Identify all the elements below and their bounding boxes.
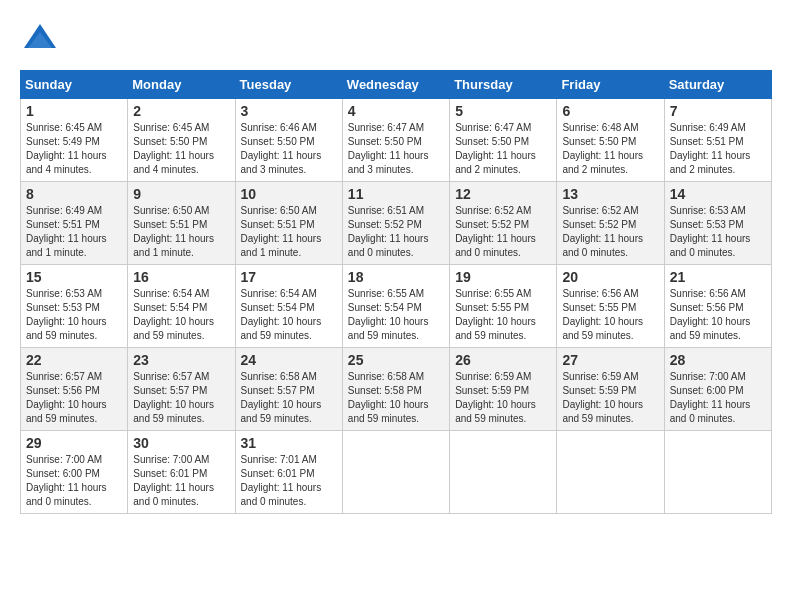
- day-number: 18: [348, 269, 444, 285]
- calendar-cell: 28 Sunrise: 7:00 AM Sunset: 6:00 PM Dayl…: [664, 348, 771, 431]
- calendar-cell: 15 Sunrise: 6:53 AM Sunset: 5:53 PM Dayl…: [21, 265, 128, 348]
- day-info: Sunrise: 6:52 AM Sunset: 5:52 PM Dayligh…: [562, 204, 658, 260]
- calendar-cell: 6 Sunrise: 6:48 AM Sunset: 5:50 PM Dayli…: [557, 99, 664, 182]
- calendar-cell: 19 Sunrise: 6:55 AM Sunset: 5:55 PM Dayl…: [450, 265, 557, 348]
- calendar-cell: 21 Sunrise: 6:56 AM Sunset: 5:56 PM Dayl…: [664, 265, 771, 348]
- day-info: Sunrise: 6:47 AM Sunset: 5:50 PM Dayligh…: [348, 121, 444, 177]
- day-info: Sunrise: 6:52 AM Sunset: 5:52 PM Dayligh…: [455, 204, 551, 260]
- calendar-cell: 9 Sunrise: 6:50 AM Sunset: 5:51 PM Dayli…: [128, 182, 235, 265]
- day-number: 17: [241, 269, 337, 285]
- calendar-week-row: 29 Sunrise: 7:00 AM Sunset: 6:00 PM Dayl…: [21, 431, 772, 514]
- day-info: Sunrise: 7:00 AM Sunset: 6:00 PM Dayligh…: [26, 453, 122, 509]
- calendar-cell: 16 Sunrise: 6:54 AM Sunset: 5:54 PM Dayl…: [128, 265, 235, 348]
- day-info: Sunrise: 6:49 AM Sunset: 5:51 PM Dayligh…: [26, 204, 122, 260]
- day-info: Sunrise: 6:47 AM Sunset: 5:50 PM Dayligh…: [455, 121, 551, 177]
- logo: [20, 20, 64, 60]
- calendar-cell: 18 Sunrise: 6:55 AM Sunset: 5:54 PM Dayl…: [342, 265, 449, 348]
- calendar-cell: [342, 431, 449, 514]
- calendar-cell: 29 Sunrise: 7:00 AM Sunset: 6:00 PM Dayl…: [21, 431, 128, 514]
- calendar-cell: 24 Sunrise: 6:58 AM Sunset: 5:57 PM Dayl…: [235, 348, 342, 431]
- day-number: 13: [562, 186, 658, 202]
- day-info: Sunrise: 6:59 AM Sunset: 5:59 PM Dayligh…: [455, 370, 551, 426]
- day-number: 7: [670, 103, 766, 119]
- day-number: 4: [348, 103, 444, 119]
- calendar-cell: 3 Sunrise: 6:46 AM Sunset: 5:50 PM Dayli…: [235, 99, 342, 182]
- calendar-cell: 14 Sunrise: 6:53 AM Sunset: 5:53 PM Dayl…: [664, 182, 771, 265]
- day-info: Sunrise: 6:53 AM Sunset: 5:53 PM Dayligh…: [26, 287, 122, 343]
- calendar-cell: 27 Sunrise: 6:59 AM Sunset: 5:59 PM Dayl…: [557, 348, 664, 431]
- day-number: 21: [670, 269, 766, 285]
- calendar-table: SundayMondayTuesdayWednesdayThursdayFrid…: [20, 70, 772, 514]
- day-info: Sunrise: 6:58 AM Sunset: 5:58 PM Dayligh…: [348, 370, 444, 426]
- day-info: Sunrise: 6:45 AM Sunset: 5:49 PM Dayligh…: [26, 121, 122, 177]
- day-number: 16: [133, 269, 229, 285]
- day-info: Sunrise: 6:57 AM Sunset: 5:57 PM Dayligh…: [133, 370, 229, 426]
- day-info: Sunrise: 6:56 AM Sunset: 5:56 PM Dayligh…: [670, 287, 766, 343]
- calendar-cell: 11 Sunrise: 6:51 AM Sunset: 5:52 PM Dayl…: [342, 182, 449, 265]
- calendar-cell: 31 Sunrise: 7:01 AM Sunset: 6:01 PM Dayl…: [235, 431, 342, 514]
- day-info: Sunrise: 6:58 AM Sunset: 5:57 PM Dayligh…: [241, 370, 337, 426]
- calendar-week-row: 22 Sunrise: 6:57 AM Sunset: 5:56 PM Dayl…: [21, 348, 772, 431]
- day-number: 26: [455, 352, 551, 368]
- day-number: 15: [26, 269, 122, 285]
- day-number: 11: [348, 186, 444, 202]
- calendar-cell: 12 Sunrise: 6:52 AM Sunset: 5:52 PM Dayl…: [450, 182, 557, 265]
- calendar-week-row: 1 Sunrise: 6:45 AM Sunset: 5:49 PM Dayli…: [21, 99, 772, 182]
- calendar-cell: 10 Sunrise: 6:50 AM Sunset: 5:51 PM Dayl…: [235, 182, 342, 265]
- weekday-header-wednesday: Wednesday: [342, 71, 449, 99]
- day-info: Sunrise: 6:57 AM Sunset: 5:56 PM Dayligh…: [26, 370, 122, 426]
- day-number: 27: [562, 352, 658, 368]
- day-info: Sunrise: 6:50 AM Sunset: 5:51 PM Dayligh…: [241, 204, 337, 260]
- calendar-cell: 2 Sunrise: 6:45 AM Sunset: 5:50 PM Dayli…: [128, 99, 235, 182]
- calendar-cell: 20 Sunrise: 6:56 AM Sunset: 5:55 PM Dayl…: [557, 265, 664, 348]
- day-number: 14: [670, 186, 766, 202]
- calendar-cell: [664, 431, 771, 514]
- calendar-cell: 17 Sunrise: 6:54 AM Sunset: 5:54 PM Dayl…: [235, 265, 342, 348]
- logo-icon: [20, 20, 60, 60]
- weekday-header-saturday: Saturday: [664, 71, 771, 99]
- day-info: Sunrise: 6:55 AM Sunset: 5:55 PM Dayligh…: [455, 287, 551, 343]
- page-header: [20, 20, 772, 60]
- day-number: 20: [562, 269, 658, 285]
- day-number: 1: [26, 103, 122, 119]
- calendar-week-row: 15 Sunrise: 6:53 AM Sunset: 5:53 PM Dayl…: [21, 265, 772, 348]
- day-info: Sunrise: 6:51 AM Sunset: 5:52 PM Dayligh…: [348, 204, 444, 260]
- weekday-header-thursday: Thursday: [450, 71, 557, 99]
- day-number: 6: [562, 103, 658, 119]
- calendar-cell: 25 Sunrise: 6:58 AM Sunset: 5:58 PM Dayl…: [342, 348, 449, 431]
- day-number: 30: [133, 435, 229, 451]
- day-info: Sunrise: 6:50 AM Sunset: 5:51 PM Dayligh…: [133, 204, 229, 260]
- day-info: Sunrise: 7:00 AM Sunset: 6:00 PM Dayligh…: [670, 370, 766, 426]
- day-number: 12: [455, 186, 551, 202]
- day-number: 2: [133, 103, 229, 119]
- calendar-week-row: 8 Sunrise: 6:49 AM Sunset: 5:51 PM Dayli…: [21, 182, 772, 265]
- day-number: 9: [133, 186, 229, 202]
- day-info: Sunrise: 6:56 AM Sunset: 5:55 PM Dayligh…: [562, 287, 658, 343]
- day-number: 19: [455, 269, 551, 285]
- day-info: Sunrise: 6:48 AM Sunset: 5:50 PM Dayligh…: [562, 121, 658, 177]
- day-number: 10: [241, 186, 337, 202]
- weekday-header-friday: Friday: [557, 71, 664, 99]
- day-info: Sunrise: 6:53 AM Sunset: 5:53 PM Dayligh…: [670, 204, 766, 260]
- day-info: Sunrise: 7:01 AM Sunset: 6:01 PM Dayligh…: [241, 453, 337, 509]
- calendar-cell: 7 Sunrise: 6:49 AM Sunset: 5:51 PM Dayli…: [664, 99, 771, 182]
- calendar-cell: 8 Sunrise: 6:49 AM Sunset: 5:51 PM Dayli…: [21, 182, 128, 265]
- day-number: 28: [670, 352, 766, 368]
- weekday-header-tuesday: Tuesday: [235, 71, 342, 99]
- weekday-header-sunday: Sunday: [21, 71, 128, 99]
- day-number: 25: [348, 352, 444, 368]
- day-info: Sunrise: 6:45 AM Sunset: 5:50 PM Dayligh…: [133, 121, 229, 177]
- day-info: Sunrise: 6:59 AM Sunset: 5:59 PM Dayligh…: [562, 370, 658, 426]
- calendar-cell: 13 Sunrise: 6:52 AM Sunset: 5:52 PM Dayl…: [557, 182, 664, 265]
- day-info: Sunrise: 6:46 AM Sunset: 5:50 PM Dayligh…: [241, 121, 337, 177]
- calendar-cell: 22 Sunrise: 6:57 AM Sunset: 5:56 PM Dayl…: [21, 348, 128, 431]
- day-number: 3: [241, 103, 337, 119]
- day-info: Sunrise: 7:00 AM Sunset: 6:01 PM Dayligh…: [133, 453, 229, 509]
- calendar-cell: 26 Sunrise: 6:59 AM Sunset: 5:59 PM Dayl…: [450, 348, 557, 431]
- calendar-cell: [450, 431, 557, 514]
- calendar-cell: 4 Sunrise: 6:47 AM Sunset: 5:50 PM Dayli…: [342, 99, 449, 182]
- calendar-cell: 5 Sunrise: 6:47 AM Sunset: 5:50 PM Dayli…: [450, 99, 557, 182]
- day-number: 22: [26, 352, 122, 368]
- day-number: 29: [26, 435, 122, 451]
- calendar-cell: 23 Sunrise: 6:57 AM Sunset: 5:57 PM Dayl…: [128, 348, 235, 431]
